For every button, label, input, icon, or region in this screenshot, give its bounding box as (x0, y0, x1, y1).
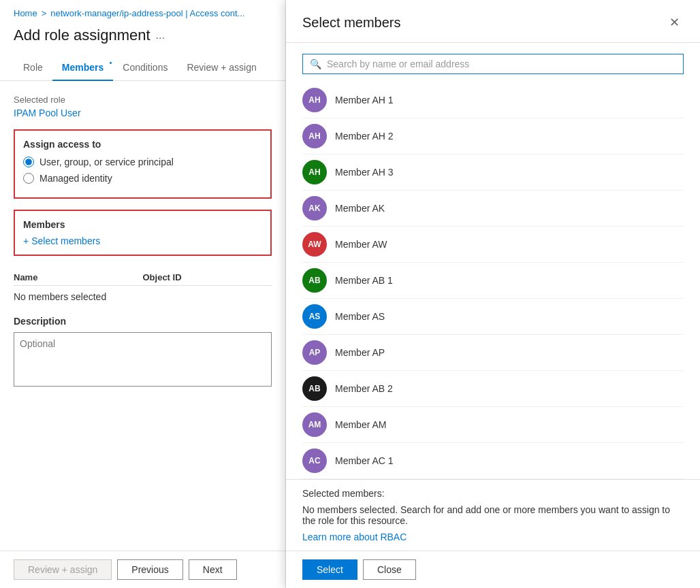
breadcrumb: Home > network-manager/ip-address-pool |… (0, 0, 285, 24)
selected-role-label: Selected role (14, 95, 272, 105)
search-box: 🔍 (286, 43, 700, 82)
list-item[interactable]: AP Member AP (302, 335, 684, 371)
radio-managed-identity[interactable]: Managed identity (23, 173, 262, 184)
search-input[interactable] (327, 59, 676, 69)
avatar: AB (302, 376, 327, 401)
member-name: Member AM (335, 419, 684, 430)
member-name: Member AP (335, 347, 684, 358)
member-name: Member AC 1 (335, 455, 684, 466)
learn-more-link[interactable]: Learn more about RBAC (302, 532, 407, 542)
member-info: Member AH 1 (335, 95, 684, 105)
review-assign-button: Review + assign (14, 559, 112, 580)
radio-user-group-label: User, group, or service principal (39, 157, 174, 167)
member-name: Member AH 1 (335, 95, 684, 105)
members-box: Members + Select members (14, 210, 272, 256)
member-info: Member AW (335, 239, 684, 250)
member-info: Member AK (335, 203, 684, 214)
tab-bar: Role Members Conditions Review + assign (0, 55, 285, 81)
panel-header: Select members ✕ (286, 0, 700, 43)
tab-review-assign[interactable]: Review + assign (177, 55, 266, 81)
panel-footer: Select Close (286, 551, 700, 588)
avatar: AH (302, 88, 327, 112)
member-info: Member AB 1 (335, 275, 684, 286)
breadcrumb-home[interactable]: Home (14, 8, 37, 18)
avatar: AH (302, 160, 327, 184)
description-textarea[interactable] (14, 332, 272, 387)
description-section: Description (14, 316, 272, 389)
next-button[interactable]: Next (189, 559, 237, 580)
avatar: AK (302, 196, 327, 220)
radio-user-group[interactable]: User, group, or service principal (23, 157, 262, 167)
list-item[interactable]: AC Member AC 1 (302, 443, 684, 479)
avatar: AB (302, 268, 327, 293)
selected-members-label: Selected members: (302, 488, 684, 499)
close-button[interactable]: Close (363, 559, 416, 580)
previous-button[interactable]: Previous (117, 559, 182, 580)
radio-user-group-input[interactable] (23, 157, 34, 167)
bottom-bar: Review + assign Previous Next (0, 551, 285, 588)
member-info: Member AH 3 (335, 167, 684, 178)
member-info: Member AH 2 (335, 131, 684, 142)
selected-section: Selected members: No members selected. S… (286, 479, 700, 551)
avatar: AS (302, 304, 327, 329)
select-members-link[interactable]: + Select members (23, 235, 262, 246)
members-box-title: Members (23, 219, 262, 230)
avatar: AC (302, 448, 327, 473)
member-name: Member AB 1 (335, 275, 684, 286)
list-item[interactable]: AH Member AH 1 (302, 82, 684, 118)
col-name-header: Name (14, 272, 143, 282)
member-name: Member AH 2 (335, 131, 684, 142)
list-item[interactable]: AS Member AS (302, 299, 684, 335)
member-name: Member AH 3 (335, 167, 684, 178)
avatar: AM (302, 412, 327, 437)
panel-title: Select members (302, 15, 401, 31)
list-item[interactable]: AW Member AW (302, 227, 684, 263)
select-members-label: Select members (31, 235, 100, 246)
list-item[interactable]: AH Member AH 3 (302, 154, 684, 191)
list-item[interactable]: AH Member AH 2 (302, 118, 684, 154)
member-info: Member AM (335, 419, 684, 430)
list-item[interactable]: AK Member AK (302, 191, 684, 227)
radio-managed-identity-label: Managed identity (39, 173, 112, 184)
list-item[interactable]: AM Member AM (302, 407, 684, 443)
avatar: AW (302, 232, 327, 257)
breadcrumb-sep: > (42, 8, 47, 18)
breadcrumb-link[interactable]: network-manager/ip-address-pool | Access… (50, 8, 244, 18)
select-button[interactable]: Select (302, 559, 357, 580)
members-table-header: Name Object ID (14, 267, 272, 286)
search-wrapper: 🔍 (302, 54, 684, 74)
no-members-text: No members selected (14, 286, 272, 308)
member-info: Member AB 2 (335, 383, 684, 394)
list-item[interactable]: AB Member AB 2 (302, 371, 684, 407)
members-list: AH Member AH 1 AH Member AH 2 AH Member … (286, 82, 700, 479)
member-name: Member AB 2 (335, 383, 684, 394)
tab-members[interactable]: Members (52, 55, 113, 81)
member-name: Member AS (335, 311, 684, 322)
member-name: Member AK (335, 203, 684, 214)
panel-close-button[interactable]: ✕ (665, 14, 684, 31)
select-members-panel: Select members ✕ 🔍 AH Member AH 1 AH Mem… (286, 0, 700, 588)
member-info: Member AC 1 (335, 455, 684, 466)
tab-role[interactable]: Role (14, 55, 52, 81)
radio-managed-identity-input[interactable] (23, 173, 34, 184)
title-ellipsis[interactable]: ... (156, 29, 165, 42)
description-label: Description (14, 316, 272, 327)
no-selected-text: No members selected. Search for and add … (302, 504, 684, 526)
member-info: Member AS (335, 311, 684, 322)
selected-role-value: IPAM Pool User (14, 108, 272, 118)
avatar: AP (302, 340, 327, 365)
list-item[interactable]: AB Member AB 1 (302, 263, 684, 299)
assign-access-box: Assign access to User, group, or service… (14, 129, 272, 199)
member-name: Member AW (335, 239, 684, 250)
assign-access-title: Assign access to (23, 139, 262, 150)
tab-conditions[interactable]: Conditions (113, 55, 177, 81)
avatar: AH (302, 124, 327, 148)
plus-icon: + (23, 235, 29, 246)
col-objectid-header: Object ID (143, 272, 272, 282)
page-title: Add role assignment ... (0, 24, 285, 55)
search-icon: 🔍 (310, 59, 321, 69)
member-info: Member AP (335, 347, 684, 358)
